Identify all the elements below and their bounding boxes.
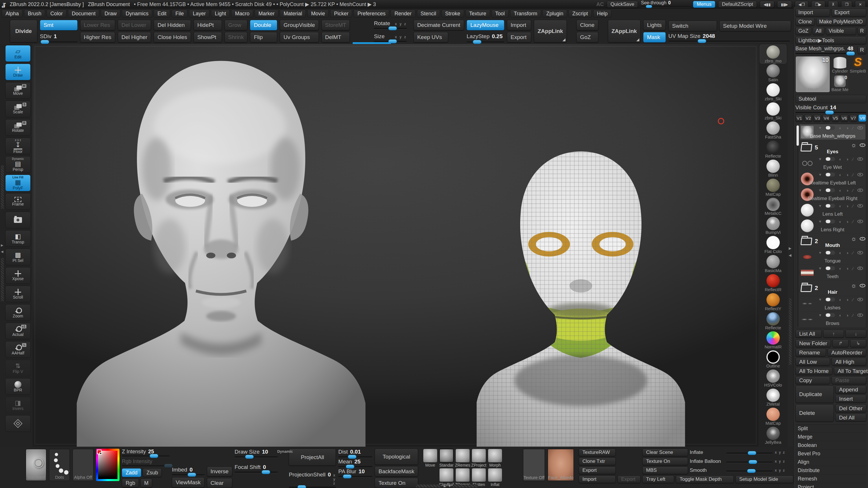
tray-tool-button[interactable]: Draw: [5, 64, 31, 80]
polypaint-toggle-icon[interactable]: ◐: [839, 250, 842, 255]
all-to-target-button[interactable]: All To Target: [834, 367, 868, 375]
menu-item[interactable]: Zscript: [568, 9, 592, 18]
subtool-row[interactable]: ▾ ◐ ◑ ⁄ 2 ☼: [800, 281, 865, 296]
tool-export-button[interactable]: Export: [832, 9, 866, 17]
decimate-current-button[interactable]: Decimate Current: [413, 20, 464, 30]
lower-res-button[interactable]: Lower Res: [80, 20, 115, 30]
inverse-button[interactable]: Inverse: [207, 466, 232, 477]
menu-item[interactable]: Dynamics: [122, 9, 152, 18]
goz-visible-button[interactable]: Visible: [826, 27, 856, 35]
subtool-row[interactable]: ▾ ◐ ◑ ⁄ 2 ☼: [800, 234, 865, 249]
visibility-pill-icon[interactable]: [825, 126, 835, 130]
textureraw-button[interactable]: TextureRAW: [579, 449, 616, 456]
texture-import-button[interactable]: Import: [579, 476, 616, 483]
tray-tool-button[interactable]: Scroll: [5, 286, 31, 302]
flip-button[interactable]: Flip: [250, 32, 277, 42]
left-tray-scrollbar[interactable]: ▶ ◀: [0, 44, 5, 447]
subtool-row[interactable]: ▾ ◐ ◑ ⁄ ☼: [800, 296, 865, 312]
rgb-button[interactable]: Rgb: [122, 479, 139, 487]
subtool-subsection-header[interactable]: Bevel Pro: [795, 450, 866, 458]
shader-arrow-icon[interactable]: ▾: [819, 125, 822, 130]
tray-tool-button[interactable]: Line Fill ▦ PolyF: [5, 174, 31, 191]
zapplink-button[interactable]: ZAppLink ◢: [534, 20, 567, 42]
polypaint-toggle-icon[interactable]: ◐: [839, 157, 842, 162]
menu-item[interactable]: Stroke: [441, 9, 464, 18]
tray-left-button[interactable]: Tray Left: [642, 476, 674, 483]
tray-tool-button[interactable]: ½ AAHalf: [5, 341, 31, 358]
material-thumb[interactable]: MatCap: [760, 178, 786, 197]
hidept-button[interactable]: HidePt: [193, 20, 222, 30]
subtool-subsection-header[interactable]: Boolean: [795, 441, 866, 450]
tray-tool-button[interactable]: ◧ Transp: [5, 230, 31, 247]
mean-slider[interactable]: Mean25: [338, 458, 372, 467]
append-button[interactable]: Append: [835, 386, 866, 393]
visibility-pill-icon[interactable]: [825, 188, 835, 192]
active-tool-thumb[interactable]: 10 Base Mesh_withg: [795, 56, 830, 93]
new-folder-button[interactable]: New Folder: [795, 339, 831, 347]
make-polymesh3d-button[interactable]: Make PolyMesh3D: [816, 18, 866, 26]
tray-tool-button[interactable]: S Scale: [5, 101, 31, 118]
uv-toggle-icon[interactable]: ◑: [846, 172, 848, 177]
visibility-pill-icon[interactable]: [825, 157, 835, 161]
eye-icon[interactable]: [860, 284, 865, 287]
gear-icon[interactable]: ☼: [851, 282, 857, 289]
del-higher-button[interactable]: Del Higher: [118, 32, 151, 42]
uv-groups-button[interactable]: Uv Groups: [280, 32, 318, 42]
groupvisible-button[interactable]: GroupVisible: [280, 20, 318, 30]
material-thumb[interactable]: ReflectR: [760, 273, 786, 293]
tool-goz-button[interactable]: GoZ: [795, 27, 811, 35]
brush-preset-thumb[interactable]: Morph: [487, 449, 503, 468]
brush-preset-thumb[interactable]: Move: [422, 449, 438, 468]
material-thumb[interactable]: zbro_mo: [760, 44, 786, 64]
menu-item[interactable]: Layer: [189, 9, 210, 18]
menu-item[interactable]: Alpha: [2, 9, 23, 18]
subtool-row[interactable]: ▾ ◐ ◑ ⁄ ☼: [800, 171, 865, 187]
move-in-icon[interactable]: ↳: [850, 339, 866, 347]
eye-icon[interactable]: [857, 126, 863, 130]
current-texture-thumb[interactable]: Face_Albedo: [548, 449, 574, 481]
tool-clone-button[interactable]: Clone: [795, 18, 815, 26]
tray-tool-button[interactable]: Dynamic ▤ Persp: [5, 156, 31, 173]
dist-slider[interactable]: Dist0.01: [338, 449, 372, 458]
subtool-scrollbar[interactable]: [797, 125, 799, 327]
goz-r-button[interactable]: R: [858, 27, 866, 35]
tray-tool-button[interactable]: ◨ Invers: [5, 397, 31, 414]
uv-toggle-icon[interactable]: ◑: [846, 219, 848, 224]
eye-icon[interactable]: [860, 237, 865, 240]
export-dim-button[interactable]: Export: [617, 476, 641, 483]
goz-all-button[interactable]: All: [813, 27, 824, 35]
clone-txtr-button[interactable]: Clone Txtr: [579, 458, 616, 465]
material-thumb[interactable]: zbro_Ski: [760, 102, 786, 121]
zsub-button[interactable]: Zsub: [143, 468, 162, 477]
lazymouse-button[interactable]: LazyMouse: [467, 20, 504, 30]
topological-button[interactable]: Topological: [375, 449, 418, 465]
paste-button[interactable]: Paste: [832, 377, 866, 384]
tray-tool-button[interactable]: [5, 212, 31, 228]
texture-on-button-2[interactable]: Texture On: [642, 458, 688, 465]
subtool-visibility-set-button[interactable]: V6: [840, 115, 848, 122]
tray-tool-button[interactable]: ▩ Pt Sel: [5, 249, 31, 265]
subtool-row[interactable]: ▾ ◐ ◑ ⁄ 5 ☼: [800, 140, 865, 156]
tray-tool-button[interactable]: BPR: [5, 378, 31, 395]
paint-brush-icon[interactable]: ⁄: [852, 313, 853, 318]
shader-arrow-icon[interactable]: ▾: [819, 219, 822, 224]
inflate-slider[interactable]: Inflate x y z: [690, 450, 785, 455]
eye-icon[interactable]: [857, 266, 863, 270]
material-thumb[interactable]: BumpVi: [760, 216, 786, 235]
rgb-intensity-slider[interactable]: Rgb Intensity: [122, 458, 169, 466]
material-thumb[interactable]: HSVColo: [760, 369, 786, 388]
visibility-pill-icon[interactable]: [825, 204, 835, 208]
storemt-button[interactable]: StoreMT: [321, 20, 350, 30]
eye-icon[interactable]: [857, 204, 863, 207]
subtool-row[interactable]: ▾ ◐ ◑ ⁄ ☼: [800, 156, 865, 171]
tray-tool-button[interactable]: R Rotate: [5, 119, 31, 136]
goz-button[interactable]: GoZ: [576, 32, 598, 42]
menus-toggle-button[interactable]: Menus: [693, 1, 715, 8]
move-out-icon[interactable]: ↱: [832, 339, 848, 347]
all-to-home-button[interactable]: All To Home: [795, 367, 832, 375]
polypaint-toggle-icon[interactable]: ◐: [839, 297, 842, 302]
recent-tool-thumb[interactable]: 0 Base Me: [832, 74, 848, 92]
z-intensity-slider[interactable]: Z Intensity25: [122, 449, 169, 457]
mbs-button[interactable]: MBS: [642, 466, 688, 474]
material-thumb[interactable]: Blinn: [760, 159, 786, 178]
